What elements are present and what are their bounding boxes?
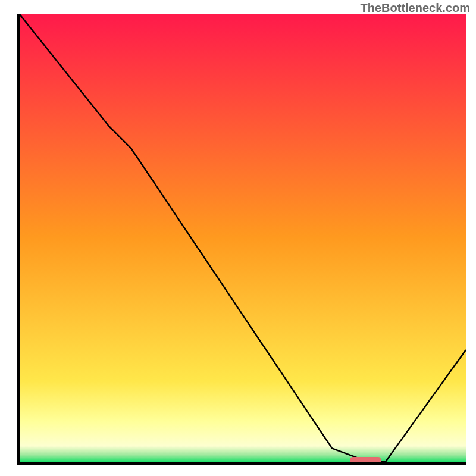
chart-svg (20, 14, 466, 462)
watermark-text: TheBottleneck.com (361, 1, 470, 15)
marker-pill (350, 457, 381, 462)
gradient-rect (20, 14, 466, 462)
plot-area (17, 14, 466, 465)
